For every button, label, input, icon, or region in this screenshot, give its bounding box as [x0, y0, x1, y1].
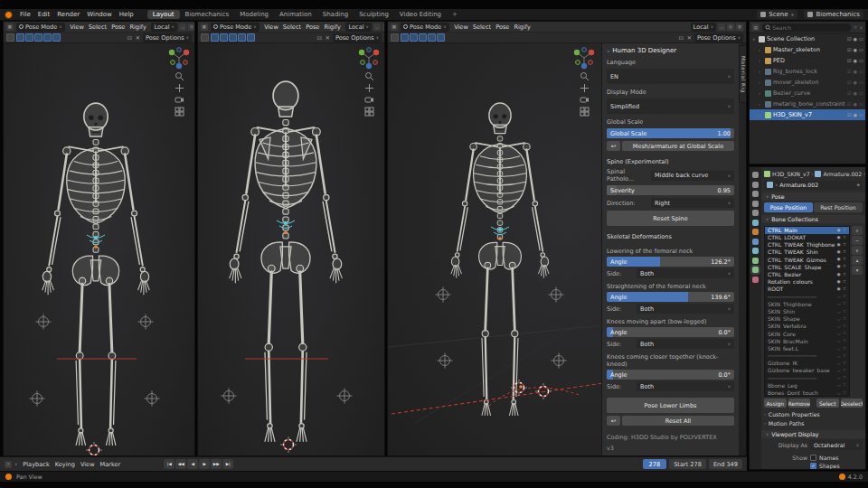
- close-icon[interactable]: ✕: [135, 34, 141, 41]
- viewport-menu-item[interactable]: Pose: [304, 23, 322, 31]
- viewport-menu-item[interactable]: Select: [470, 23, 493, 31]
- timeline-clock-icon[interactable]: ◷: [5, 461, 12, 468]
- viewport-3d-region[interactable]: [4, 43, 194, 455]
- bone-collection-row[interactable]: SKIN_Core ◡ ☆: [765, 330, 849, 337]
- display-mode-dropdown[interactable]: Simplified ∨: [607, 99, 734, 114]
- object-icon[interactable]: [752, 229, 759, 235]
- bone-collection-row[interactable]: Gizbone_IK ◡ ☆: [765, 360, 849, 367]
- camera-view-icon[interactable]: [580, 95, 590, 105]
- workspace-tab[interactable]: Modeling: [234, 10, 274, 19]
- bone-collection-row[interactable]: Bones_Dont_touch ◡ ☆: [765, 389, 849, 397]
- select-button[interactable]: Select: [816, 399, 839, 408]
- transport-button[interactable]: ◀: [187, 459, 198, 469]
- camera-view-icon[interactable]: [175, 95, 184, 105]
- viewport-menu-item[interactable]: Select: [280, 23, 303, 31]
- overlays-icon[interactable]: ◍: [736, 23, 743, 31]
- outliner-item[interactable]: › Rig_bones_lock ☑ ◉ ▭: [750, 66, 865, 77]
- viewport-nav-gizmos[interactable]: [357, 46, 381, 117]
- axis-orientation-gizmo[interactable]: [167, 46, 191, 70]
- transport-button[interactable]: ▶|: [222, 459, 233, 469]
- snap-magnet-icon[interactable]: ◡: [373, 23, 381, 31]
- output-icon[interactable]: [752, 191, 759, 197]
- disclosure-icon[interactable]: ›: [759, 91, 763, 96]
- list-tool-button[interactable]: −: [852, 236, 863, 245]
- timeline-editor-dropdown[interactable]: ∨: [14, 462, 17, 466]
- menu-item[interactable]: Help: [116, 11, 137, 18]
- bone-collection-row[interactable]: CTRL_Main ◉ ☆: [765, 227, 849, 234]
- remove-button[interactable]: Remove: [788, 399, 811, 408]
- fake-user-shield-icon[interactable]: ◈: [857, 183, 860, 187]
- viewport-menu-item[interactable]: Select: [86, 23, 108, 31]
- outliner-item[interactable]: › Bezier_curve ☑ ◉ ▭: [750, 88, 865, 99]
- outliner-item[interactable]: › metarig_bone_constraints ☑ ◉ ▭: [750, 99, 865, 109]
- mode-dropdown[interactable]: Pose Mode ∨: [16, 23, 65, 32]
- shading-toggle-icons[interactable]: [16, 33, 61, 42]
- lock-icon[interactable]: ⊡: [127, 34, 133, 41]
- viewport-nav-gizmos[interactable]: [167, 46, 191, 117]
- side-dropdown[interactable]: Both ∨: [637, 381, 734, 391]
- bone-collection-row[interactable]: ─────────────── ◡ ☆: [765, 294, 849, 301]
- pose-options-dropdown[interactable]: Pose Options ∨: [143, 33, 192, 42]
- constraints-icon[interactable]: [752, 258, 759, 264]
- angle-slider[interactable]: Angle 139.6°: [607, 292, 734, 302]
- workspace-tab[interactable]: Shading: [317, 10, 354, 19]
- angle-slider[interactable]: Angle 0.0°: [607, 370, 734, 380]
- transport-button[interactable]: ◀◀: [175, 459, 186, 469]
- viewport-nav-gizmos[interactable]: [572, 46, 596, 117]
- lock-icon[interactable]: ⊡: [678, 34, 684, 41]
- active-tool-icon[interactable]: [391, 33, 399, 42]
- viewport-display-header[interactable]: ∨ Viewport Display: [761, 430, 865, 438]
- workspace-tab[interactable]: Layout: [147, 10, 180, 19]
- orientation-dropdown[interactable]: Local ∨: [691, 23, 716, 32]
- orientation-dropdown[interactable]: Local ∨: [345, 23, 371, 32]
- motion-paths-header[interactable]: › Motion Paths: [764, 420, 863, 427]
- bone-collection-row[interactable]: Rotation_colours ◉ ☆: [765, 278, 849, 286]
- pose-options-dropdown[interactable]: Pose Options ∨: [694, 33, 743, 42]
- menu-item[interactable]: File: [16, 11, 34, 18]
- rest-position-button[interactable]: Rest Position: [814, 202, 863, 212]
- lock-icon[interactable]: ⊡: [316, 34, 323, 41]
- object-data-icon[interactable]: [752, 267, 759, 273]
- workspace-tab[interactable]: Sculpting: [354, 10, 394, 19]
- severity-slider[interactable]: Severity 0.95: [607, 185, 734, 195]
- filter-icon[interactable]: ▽: [854, 25, 856, 30]
- world-icon[interactable]: [752, 220, 759, 226]
- outliner-item[interactable]: › mover_skeleton ☑ ◉ ▭: [750, 77, 865, 88]
- pin-icon[interactable]: ⊙: [863, 172, 865, 176]
- menu-item[interactable]: Edit: [34, 11, 54, 18]
- workspace-tab[interactable]: Animation: [274, 10, 317, 19]
- tool-icon[interactable]: [752, 172, 759, 178]
- bone-collection-row[interactable]: Gizbone_tweaker_base ◡ ☆: [765, 367, 849, 374]
- bone-collection-row[interactable]: SKIN_Vertebra ◡ ☆: [765, 323, 849, 330]
- editor-type-icon[interactable]: ▦: [6, 23, 14, 31]
- list-tool-button[interactable]: ∨: [852, 246, 863, 255]
- bone-collection-row[interactable]: SKIN_Shape ◡ ☆: [765, 315, 849, 323]
- viewport-menu-item[interactable]: View: [68, 23, 87, 31]
- bone-collection-row[interactable]: CTRL_TWEAK_Shin ◉ ☆: [765, 249, 849, 256]
- snap-magnet-icon[interactable]: ◡: [179, 23, 186, 31]
- disclosure-icon[interactable]: ∨: [752, 37, 757, 42]
- camera-view-icon[interactable]: [364, 95, 374, 105]
- viewport-menu-item[interactable]: Rigify: [512, 23, 533, 31]
- apply-scale-button[interactable]: Mesh/armature at Global Scale: [622, 141, 734, 151]
- zoom-icon[interactable]: [364, 71, 374, 81]
- editor-type-icon[interactable]: ▦: [201, 23, 208, 31]
- language-dropdown[interactable]: EN ∨: [607, 69, 734, 84]
- bone-collection-row[interactable]: CTRL_TWEAK_Gizmos ◉ ☆: [765, 257, 849, 264]
- reset-all-button[interactable]: Reset All: [622, 416, 734, 426]
- side-dropdown[interactable]: Both ∨: [637, 304, 734, 314]
- bone-collection-row[interactable]: Bbone_Leg ◡ ☆: [765, 382, 849, 389]
- angle-slider[interactable]: Angle 126.2°: [607, 257, 734, 267]
- proportional-edit-icon[interactable]: ◎: [382, 23, 384, 31]
- viewport-front[interactable]: ▦ Pose Mode ∨ ViewSelectPoseRigify Local…: [3, 21, 195, 456]
- global-scale-slider[interactable]: Global Scale 1.00: [607, 128, 734, 138]
- deselect-button[interactable]: Deselect: [841, 399, 863, 408]
- shading-toggle-icons[interactable]: [211, 33, 255, 42]
- outliner-options-icon[interactable]: ∨: [860, 25, 863, 30]
- mode-dropdown[interactable]: Pose Mode ∨: [401, 23, 449, 32]
- bone-collection-row[interactable]: SKIN_Thighbone ◡ ☆: [765, 301, 849, 308]
- disclosure-icon[interactable]: ›: [759, 80, 763, 85]
- view-layer-icon[interactable]: [752, 201, 759, 207]
- zoom-icon[interactable]: [580, 71, 590, 81]
- editor-type-icon[interactable]: ▦: [391, 23, 398, 31]
